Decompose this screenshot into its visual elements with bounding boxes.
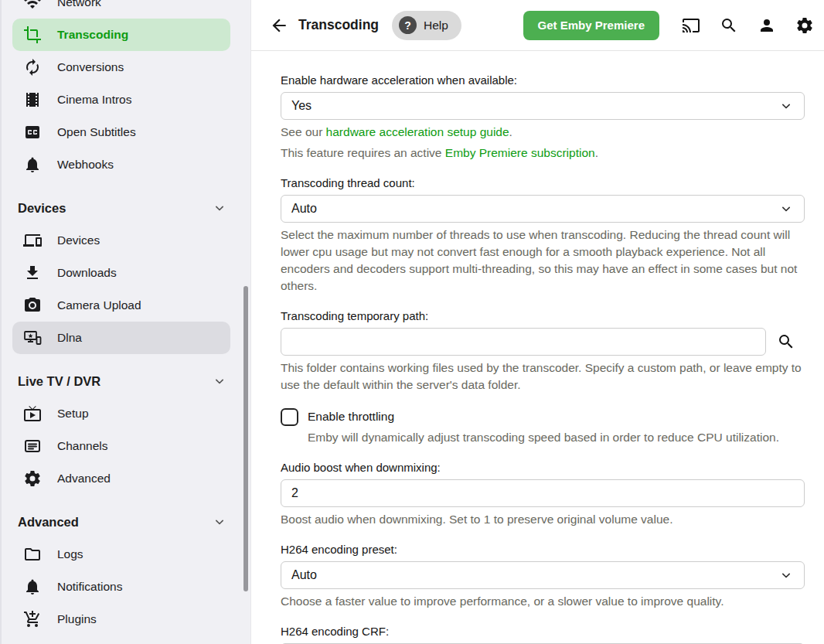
- sidebar-section-live-tv-dvr[interactable]: Live TV / DVR: [2, 365, 250, 397]
- search-icon[interactable]: [720, 16, 738, 35]
- back-arrow-icon[interactable]: [269, 15, 289, 36]
- sidebar-item-label: Camera Upload: [57, 298, 141, 312]
- devices-icon: [23, 231, 42, 250]
- sidebar-item-plugins[interactable]: Plugins: [12, 603, 230, 635]
- field-thread-count: Transcoding thread count: Auto Select th…: [281, 175, 805, 295]
- throttling-help: Emby will dynamically adjust transcoding…: [308, 429, 805, 446]
- downloads-icon: [23, 264, 42, 282]
- sidebar-item-label: Downloads: [57, 266, 117, 280]
- premiere-required-help: This feature requires an active Emby Pre…: [281, 145, 805, 162]
- premiere-subscription-link[interactable]: Emby Premiere subscription: [445, 146, 595, 159]
- sidebar-item-setup[interactable]: Setup: [12, 397, 230, 430]
- sidebar-item-label: Webhooks: [57, 158, 114, 172]
- throttling-checkbox[interactable]: [281, 408, 298, 426]
- hw-accel-value: Yes: [291, 99, 312, 113]
- sidebar-item-open-subtitles[interactable]: Open Subtitles: [12, 116, 230, 148]
- h264-crf-label: H264 encoding CRF:: [281, 624, 805, 639]
- page-title: Transcoding: [298, 17, 379, 33]
- main-content: Transcoding ? Help Get Emby Premiere Ena…: [251, 0, 824, 644]
- sidebar-item-label: Conversions: [57, 60, 124, 74]
- subtitles-icon: [23, 123, 42, 141]
- sidebar-item-scheduled-tasks[interactable]: Scheduled Tasks: [12, 635, 230, 644]
- thread-count-select[interactable]: Auto: [281, 195, 805, 223]
- temp-path-input[interactable]: [281, 328, 766, 356]
- sidebar-section-devices[interactable]: Devices: [2, 192, 250, 224]
- chevron-down-icon: [212, 514, 227, 530]
- user-icon[interactable]: [758, 16, 776, 35]
- sidebar-item-dlna[interactable]: Dlna: [12, 322, 230, 354]
- h264-preset-help: Choose a faster value to improve perform…: [281, 593, 805, 610]
- help-button[interactable]: ? Help: [392, 11, 461, 40]
- throttling-row: Enable throttling: [281, 407, 805, 426]
- sidebar-item-transcoding[interactable]: Transcoding: [12, 19, 230, 51]
- conversions-icon: [23, 58, 42, 77]
- thread-count-value: Auto: [291, 202, 317, 216]
- chevron-down-icon: [212, 200, 227, 216]
- app-bar: Transcoding ? Help Get Emby Premiere: [251, 0, 824, 51]
- sidebar-section-advanced[interactable]: Advanced: [2, 506, 250, 538]
- help-icon: ?: [399, 16, 417, 34]
- field-throttling: Enable throttling Emby will dynamically …: [281, 407, 805, 446]
- section-label: Devices: [18, 201, 66, 216]
- add-cart-icon: [23, 610, 42, 629]
- sidebar-item-cinema-intros[interactable]: Cinema Intros: [12, 83, 230, 116]
- field-audio-boost: Audio boost when downmixing: Boost audio…: [281, 460, 805, 528]
- sidebar-item-label: Devices: [57, 233, 100, 247]
- sidebar-item-label: Transcoding: [57, 28, 128, 42]
- app-bar-icons: [682, 16, 814, 35]
- sidebar-item-webhooks[interactable]: Webhooks: [12, 148, 230, 181]
- temp-path-row: [281, 328, 805, 356]
- sidebar-item-label: Channels: [57, 439, 108, 453]
- h264-preset-label: H264 encoding preset:: [281, 542, 805, 557]
- hw-accel-select[interactable]: Yes: [281, 92, 805, 120]
- webhooks-icon: [23, 155, 42, 174]
- folder-icon: [23, 545, 42, 564]
- sidebar-item-devices[interactable]: Devices: [12, 224, 230, 257]
- chevron-down-icon: [778, 567, 794, 583]
- hw-accel-guide-link[interactable]: hardware acceleration setup guide: [326, 125, 509, 138]
- sidebar-item-label: Cinema Intros: [57, 93, 131, 107]
- sidebar-item-label: Setup: [57, 407, 89, 421]
- cinema-intros-icon: [23, 90, 42, 109]
- sidebar-item-label: Dlna: [57, 331, 82, 345]
- cast-icon[interactable]: [682, 16, 700, 35]
- sidebar-item-logs[interactable]: Logs: [12, 538, 230, 571]
- hw-accel-label: Enable hardware acceleration when availa…: [281, 73, 805, 88]
- section-label: Advanced: [18, 515, 79, 530]
- audio-boost-help: Boost audio when downmixing. Set to 1 to…: [281, 511, 805, 528]
- help-text: .: [595, 146, 598, 159]
- chevron-down-icon: [778, 201, 794, 216]
- h264-preset-select[interactable]: Auto: [281, 561, 805, 589]
- help-text: .: [509, 125, 512, 138]
- gear-icon[interactable]: [795, 16, 814, 35]
- sidebar-item-channels[interactable]: Channels: [12, 430, 230, 462]
- transcoding-icon: [23, 26, 42, 44]
- transcoding-form: Enable hardware acceleration when availa…: [251, 51, 824, 644]
- get-emby-premiere-button[interactable]: Get Emby Premiere: [523, 11, 659, 40]
- help-text: See our: [281, 125, 326, 138]
- browse-search-icon[interactable]: [777, 332, 795, 351]
- sidebar-item-conversions[interactable]: Conversions: [12, 51, 230, 83]
- sidebar-item-downloads[interactable]: Downloads: [12, 257, 230, 289]
- sidebar-item-camera-upload[interactable]: Camera Upload: [12, 289, 230, 322]
- bell-icon: [23, 578, 42, 596]
- thread-count-label: Transcoding thread count:: [281, 175, 805, 191]
- sidebar-item-label: Notifications: [57, 580, 122, 594]
- thread-count-help: Select the maximum number of threads to …: [281, 227, 805, 295]
- audio-boost-input[interactable]: [281, 479, 805, 507]
- network-icon: [23, 0, 42, 12]
- audio-boost-label: Audio boost when downmixing:: [281, 460, 805, 475]
- field-h264-preset: H264 encoding preset: Auto Choose a fast…: [281, 542, 805, 610]
- sidebar-item-label: Plugins: [57, 612, 97, 626]
- sidebar-item-network[interactable]: Network: [12, 0, 230, 19]
- sidebar-item-livetv-advanced[interactable]: Advanced: [12, 462, 230, 495]
- sidebar-scrollbar[interactable]: [243, 286, 248, 591]
- sidebar-item-notifications[interactable]: Notifications: [12, 571, 230, 603]
- temp-path-help: This folder contains working files used …: [281, 359, 805, 394]
- chevron-down-icon: [778, 98, 794, 114]
- hw-accel-help: See our hardware acceleration setup guid…: [281, 124, 805, 141]
- chevron-down-icon: [212, 373, 227, 389]
- live-tv-icon: [23, 404, 42, 423]
- sidebar: Network Transcoding Conversions Cinema I…: [0, 0, 251, 644]
- gear-icon: [23, 469, 42, 488]
